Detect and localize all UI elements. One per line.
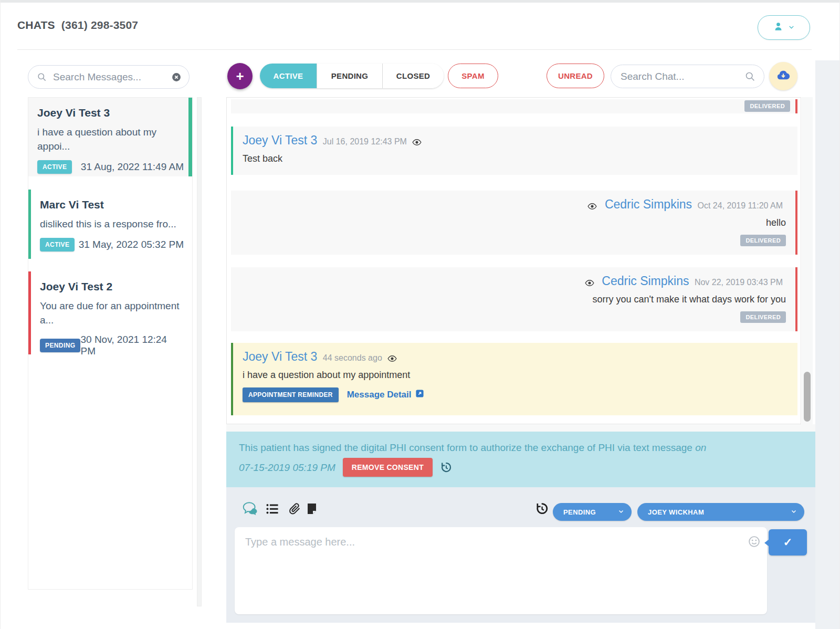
- message-outbound-partial: DELIVERED: [231, 99, 797, 113]
- message-sender-link[interactable]: Cedric Simpkins: [605, 197, 692, 211]
- message-timestamp: Oct 24, 2019 11:20 AM: [698, 201, 783, 210]
- phi-consent-banner: This patient has signed the digital PHI …: [226, 432, 815, 487]
- message-body: i have a question about my appointment: [243, 370, 788, 381]
- consent-text: This patient has signed the digital PHI …: [239, 442, 692, 453]
- chat-list-item[interactable]: Marc Vi Test disliked this is a response…: [28, 190, 192, 259]
- message-timestamp: Nov 22, 2019 03:43 PM: [695, 278, 783, 287]
- message-sender-link[interactable]: Joey Vi Test 3: [243, 133, 317, 147]
- search-icon: [37, 72, 47, 82]
- search-messages-input[interactable]: [52, 71, 166, 83]
- composer: PENDING JOEY WICKHAM ✓: [226, 487, 815, 623]
- chat-list: Joey Vi Test 3 i have a question about m…: [28, 97, 193, 590]
- eye-icon[interactable]: [387, 354, 397, 363]
- status-tab-group: ACTIVE PENDING CLOSED: [260, 64, 444, 88]
- chat-item-name: Marc Vi Test: [40, 198, 186, 211]
- delivered-badge: DELIVERED: [744, 100, 790, 112]
- message-input[interactable]: [235, 527, 767, 614]
- assignee-dropdown-value: JOEY WICKHAM: [648, 508, 704, 516]
- chat-item-preview: i have a question about my appoi...: [37, 125, 173, 153]
- delivered-badge: DELIVERED: [740, 235, 786, 246]
- appointment-reminder-badge[interactable]: APPOINTMENT REMINDER: [243, 387, 339, 402]
- new-chat-button[interactable]: +: [227, 63, 253, 89]
- unread-filter-button[interactable]: UNREAD: [547, 64, 604, 88]
- cloud-download-icon: [776, 68, 790, 84]
- search-chat-input[interactable]: [620, 70, 739, 83]
- tab-active[interactable]: ACTIVE: [260, 64, 317, 88]
- emoji-icon[interactable]: [748, 535, 761, 548]
- export-chat-button[interactable]: [769, 62, 797, 90]
- right-margin: [815, 60, 840, 629]
- message-timestamp: 44 seconds ago: [323, 353, 382, 362]
- chat-item-date: 30 Nov, 2021 12:24 PM: [80, 334, 184, 357]
- search-icon: [744, 71, 755, 82]
- status-badge: PENDING: [40, 339, 80, 352]
- consent-history-icon[interactable]: [440, 462, 452, 473]
- message-detail-link[interactable]: Message Detail: [347, 389, 424, 401]
- message-outbound: Cedric Simpkins Oct 24, 2019 11:20 AM he…: [231, 191, 797, 255]
- chat-status-bar: [188, 98, 192, 176]
- thread-footer-gap: [226, 424, 815, 432]
- consent-date: 07-15-2019 05:19 PM: [239, 459, 335, 476]
- send-button[interactable]: ✓: [769, 529, 807, 555]
- header-divider: [17, 49, 812, 50]
- assignee-dropdown[interactable]: JOEY WICKHAM: [637, 503, 804, 521]
- phone-number: (361) 298-3507: [61, 19, 138, 31]
- external-link-icon: [415, 389, 424, 401]
- message-search-box: [28, 65, 190, 89]
- status-badge: ACTIVE: [40, 238, 75, 251]
- chevron-down-icon: [788, 23, 795, 33]
- message-inbound: Joey Vi Test 3 Jul 16, 2019 12:43 PM Tes…: [231, 127, 797, 175]
- message-body: sorry you can't make it what days work f…: [240, 294, 786, 305]
- eye-icon[interactable]: [587, 202, 597, 211]
- chat-item-preview: You are due for an appointment a...: [40, 299, 193, 327]
- tab-closed[interactable]: CLOSED: [382, 64, 444, 88]
- chat-list-item[interactable]: Joey Vi Test 3 i have a question about m…: [28, 98, 192, 176]
- spam-filter-button[interactable]: SPAM: [448, 64, 498, 88]
- eye-icon[interactable]: [412, 138, 422, 147]
- chats-app: CHATS (361) 298-3507 Joey Vi Test 3 i ha…: [0, 0, 840, 629]
- page-title-text: CHATS: [17, 19, 55, 31]
- message-input-wrap: [235, 527, 767, 614]
- status-dropdown-value: PENDING: [563, 508, 596, 516]
- note-icon[interactable]: [306, 502, 318, 516]
- chevron-down-icon: [618, 508, 624, 516]
- user-icon: [773, 22, 783, 34]
- chat-item-name: Joey Vi Test 2: [40, 280, 186, 293]
- remove-consent-button[interactable]: REMOVE CONSENT: [343, 458, 433, 477]
- chat-item-date: 31 May, 2022 05:32 PM: [79, 239, 184, 250]
- chat-item-preview: disliked this is a response fro...: [40, 217, 186, 231]
- chat-templates-icon[interactable]: [242, 501, 259, 516]
- tab-pending[interactable]: PENDING: [317, 64, 382, 88]
- sidebar-scrollbar[interactable]: [197, 97, 202, 606]
- chevron-down-icon: [791, 508, 797, 516]
- chat-search-box: [611, 65, 764, 88]
- clear-search-icon[interactable]: [171, 72, 182, 82]
- attachment-icon[interactable]: [288, 501, 301, 516]
- message-timestamp: Jul 16, 2019 12:43 PM: [323, 137, 407, 146]
- thread-scrollbar-thumb[interactable]: [804, 372, 811, 422]
- delivered-badge: DELIVERED: [740, 311, 786, 323]
- message-inbound-highlighted: Joey Vi Test 3 44 seconds ago i have a q…: [231, 343, 797, 415]
- message-list-icon[interactable]: [265, 502, 279, 516]
- chat-status-bar: [28, 271, 31, 354]
- chat-item-name: Joey Vi Test 3: [37, 107, 186, 119]
- chat-item-date: 31 Aug, 2022 11:49 AM: [81, 161, 184, 173]
- consent-date-intro: on: [695, 442, 706, 453]
- message-sender-link[interactable]: Joey Vi Test 3: [243, 350, 317, 363]
- message-thread: DELIVERED Joey Vi Test 3 Jul 16, 2019 12…: [226, 97, 801, 424]
- message-body: hello: [240, 217, 786, 228]
- eye-icon[interactable]: [585, 278, 594, 288]
- chat-list-item[interactable]: Joey Vi Test 2 You are due for an appoin…: [28, 271, 192, 354]
- message-sender-link[interactable]: Cedric Simpkins: [602, 274, 689, 288]
- window-top-edge: [1, 0, 840, 3]
- page-title: CHATS (361) 298-3507: [17, 19, 138, 32]
- message-outbound: Cedric Simpkins Nov 22, 2019 03:43 PM so…: [231, 267, 797, 331]
- status-badge: ACTIVE: [37, 160, 72, 174]
- message-detail-label: Message Detail: [347, 390, 412, 400]
- status-dropdown[interactable]: PENDING: [553, 503, 632, 521]
- status-history-icon[interactable]: [535, 502, 548, 515]
- user-menu-button[interactable]: [758, 15, 810, 40]
- chat-status-bar: [28, 190, 31, 259]
- message-body: Test back: [243, 153, 788, 164]
